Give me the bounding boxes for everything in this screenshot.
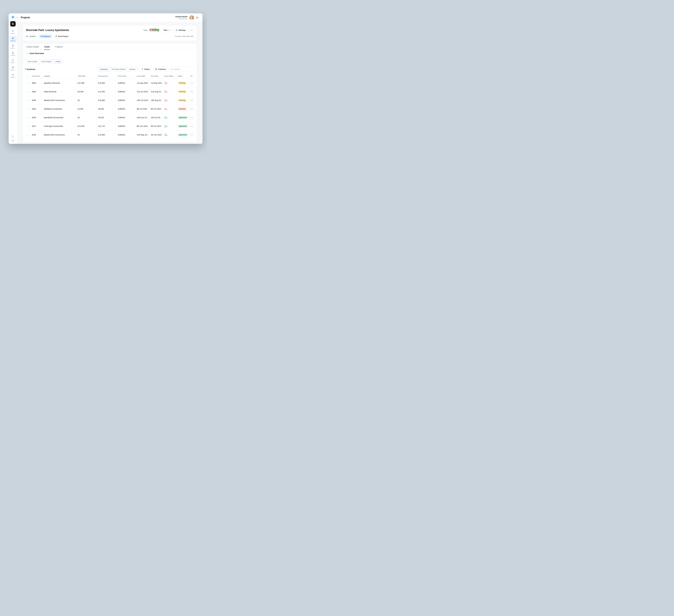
- row-actions-button[interactable]: [190, 116, 194, 120]
- sidebar-item-directory[interactable]: Directory: [9, 36, 17, 42]
- cell-amount-due: £15,300: [96, 130, 116, 139]
- sidebar-item-documents[interactable]: Docume...: [9, 43, 17, 49]
- status-badge: Approved: [178, 125, 188, 128]
- cell-cost-code: SUB/001: [116, 113, 135, 122]
- team-extra-badge: +2: [156, 28, 159, 32]
- doc-tab-invoices[interactable]: Invoices: [99, 67, 110, 71]
- row-actions-button[interactable]: [190, 107, 194, 111]
- gear-icon: [12, 74, 14, 76]
- sidebar-item-timesheets[interactable]: Timeshe...: [9, 58, 17, 64]
- app-window: G Dashbo... Directory: [9, 13, 203, 144]
- cell-cost-code: SUB/001: [116, 105, 135, 113]
- ellipsis-icon: [191, 126, 193, 126]
- row-checkbox[interactable]: [26, 117, 29, 119]
- cell-actions: [189, 87, 195, 96]
- cell-invoice-no: 3394: [30, 105, 42, 113]
- cost-tab-cost-groups[interactable]: Cost Groups: [39, 59, 53, 64]
- cell-sync-status: [162, 105, 176, 113]
- table-header-row: Invoice No. Supplier Total Paid Amount D…: [25, 74, 195, 79]
- ellipsis-icon: [191, 135, 193, 135]
- columns-icon: [155, 68, 157, 70]
- row-checkbox[interactable]: [26, 91, 29, 93]
- invoices-toolbar: 7 Invoices Invoices Purchase Orders Quot…: [23, 64, 197, 74]
- cell-amount-due: £15,955: [96, 79, 116, 87]
- tab-costs[interactable]: Costs: [44, 44, 50, 50]
- cell-invoice-no: 3684: [30, 79, 42, 87]
- user-role: Administrator: [176, 18, 188, 19]
- cell-due-date: 14th Aug 20...: [149, 96, 162, 105]
- invoices-table-wrap: Invoice No. Supplier Total Paid Amount D…: [23, 74, 197, 141]
- row-actions-button[interactable]: [190, 98, 194, 102]
- sidebar-footer: ? ©: [12, 135, 14, 142]
- logout-button[interactable]: [196, 16, 199, 19]
- help-button[interactable]: ?: [12, 135, 14, 138]
- ellipsis-icon: [190, 30, 192, 30]
- row-checkbox[interactable]: [26, 99, 29, 102]
- sidebar-item-payments[interactable]: Paymen...: [9, 65, 17, 72]
- sidebar: G Dashbo... Directory: [9, 13, 17, 144]
- status-badge: Approved: [178, 133, 188, 136]
- project-more-button[interactable]: [189, 28, 194, 32]
- sidebar-item-dashboard[interactable]: Dashbo...: [9, 29, 17, 35]
- cell-total-paid: £0: [76, 113, 96, 122]
- row-actions-button[interactable]: [190, 133, 194, 137]
- cost-tab-costs[interactable]: Costs: [53, 59, 63, 64]
- end-project-button[interactable]: End Project: [53, 34, 70, 38]
- cell-cost-code: SUB/001: [116, 96, 135, 105]
- sidebar-item-label: Settings: [11, 77, 15, 78]
- team-label: Team:: [143, 29, 148, 31]
- clock-icon: [12, 59, 14, 61]
- app-logo: [11, 15, 15, 19]
- copyright-button[interactable]: ©: [12, 139, 14, 142]
- invoice-count: 7 Invoices: [25, 68, 35, 71]
- sidebar-expand-button[interactable]: [16, 16, 18, 19]
- row-checkbox[interactable]: [26, 134, 29, 136]
- cell-sync-status: [162, 79, 176, 87]
- row-checkbox[interactable]: [26, 125, 29, 127]
- status-badge: Pending: [178, 99, 187, 102]
- table-row: 3247 IronForge Construction £13,530 £11,…: [25, 122, 195, 130]
- topbar: Projects Graham Butler Administrator: [17, 13, 203, 22]
- row-checkbox[interactable]: [26, 108, 29, 110]
- tab-project-details[interactable]: Project Details: [26, 44, 39, 50]
- status-badge: Pending: [178, 90, 187, 93]
- cost-tab-cost-codes[interactable]: Cost Codes: [26, 59, 39, 64]
- cell-sync-status: [162, 122, 176, 130]
- chevron-down-icon: [168, 29, 171, 31]
- sidebar-item-label: Paymen...: [10, 69, 15, 71]
- organisation-avatar[interactable]: G: [10, 21, 16, 26]
- col-amount-due: Amount Due: [96, 74, 116, 79]
- cell-total-paid: £13,530: [76, 122, 96, 130]
- doc-tab-purchase-orders[interactable]: Purchase Orders: [110, 67, 127, 71]
- help-icon: ?: [12, 136, 13, 137]
- cell-status: Approved: [176, 122, 189, 130]
- chevron-down-icon: [26, 52, 28, 54]
- project-status-badge: In Progress: [39, 34, 52, 38]
- project-settings-button[interactable]: Settings: [174, 28, 188, 32]
- user-avatar[interactable]: [189, 15, 194, 20]
- select-all-checkbox[interactable]: [26, 75, 29, 77]
- columns-button[interactable]: Columns: [153, 67, 168, 72]
- tab-progress[interactable]: Progress: [55, 44, 63, 50]
- doc-tab-quotes[interactable]: Quotes: [128, 67, 137, 71]
- cost-overview-title: Cost Overview: [29, 52, 44, 54]
- created-date: Created: 29th May 2023: [175, 35, 194, 37]
- row-actions-button[interactable]: [190, 90, 194, 94]
- ellipsis-icon: [191, 109, 193, 109]
- cost-overview-header[interactable]: Cost Overview: [23, 50, 197, 57]
- new-button[interactable]: New: [162, 28, 172, 32]
- row-checkbox[interactable]: [26, 82, 29, 84]
- filters-button[interactable]: Filters: [139, 67, 152, 72]
- cell-invoice-no: 3563: [30, 87, 42, 96]
- cell-supplier: ApexBuild Construction: [42, 113, 76, 122]
- cell-issue-date: 1st Aug 2024: [135, 79, 149, 87]
- topbar-right: Graham Butler Administrator: [176, 15, 199, 20]
- sidebar-item-projects[interactable]: Projects: [9, 50, 17, 57]
- cell-cost-code: SUB/001: [116, 122, 135, 130]
- row-actions-button[interactable]: [190, 124, 194, 128]
- search-input[interactable]: [170, 67, 195, 72]
- cell-actions: [189, 105, 195, 113]
- content-area: Riverside Park: Luxury Apartments Team:: [17, 22, 203, 144]
- row-actions-button[interactable]: [190, 81, 194, 85]
- sidebar-item-settings[interactable]: Settings: [9, 73, 17, 79]
